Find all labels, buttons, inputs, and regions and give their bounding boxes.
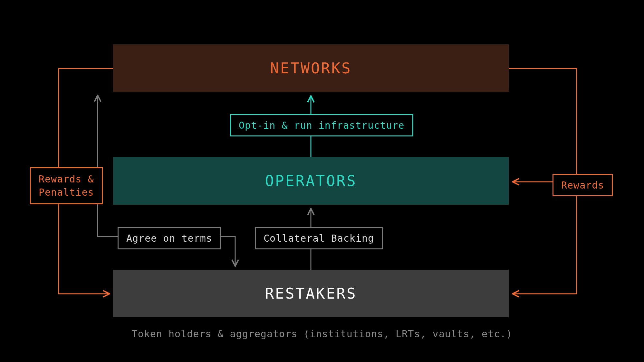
arrow-agree-to-restakers [219, 237, 235, 265]
networks-block: NETWORKS [113, 44, 509, 92]
collateral-label: Collateral Backing [264, 233, 374, 244]
rewards-label: Rewards [561, 180, 604, 191]
operators-block: OPERATORS [113, 157, 509, 205]
restakers-block: RESTAKERS [113, 270, 509, 317]
operators-label: OPERATORS [265, 172, 357, 190]
rewards-penalties-line2: Penalties [39, 187, 94, 198]
restakers-label: RESTAKERS [265, 285, 357, 302]
agree-label: Agree on terms [126, 233, 212, 244]
subtitle-text: Token holders & aggregators (institution… [0, 328, 644, 339]
agree-label-box: Agree on terms [118, 227, 221, 249]
collateral-label-box: Collateral Backing [255, 227, 383, 249]
optin-label-box: Opt-in & run infrastructure [230, 114, 413, 136]
rewards-label-box: Rewards [553, 174, 613, 196]
networks-label: NETWORKS [270, 60, 352, 77]
rewards-penalties-label-box: Rewards & Penalties [30, 167, 103, 204]
optin-label: Opt-in & run infrastructure [239, 120, 405, 131]
rewards-penalties-line1: Rewards & [39, 173, 94, 185]
